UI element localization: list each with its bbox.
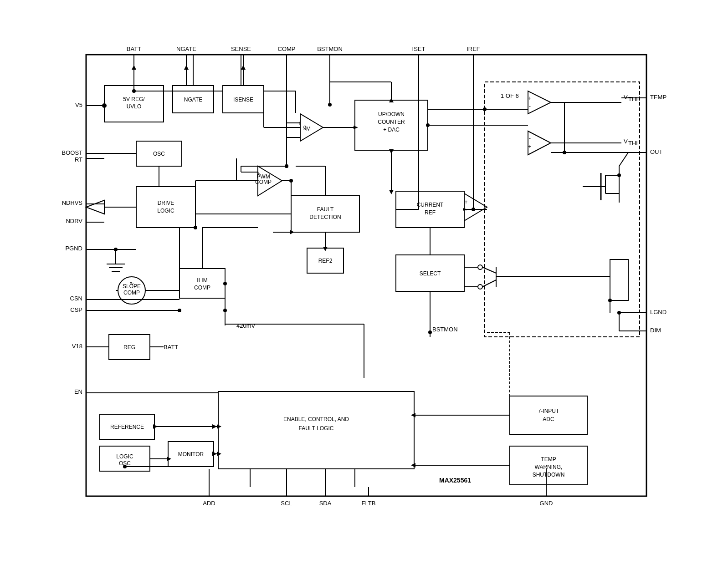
svg-marker-133 <box>217 452 221 456</box>
block-updown-3: + DAC <box>383 127 400 133</box>
diagram-container: BATT NGATE SENSE COMP BSTMON ISET IREF V… <box>45 32 683 533</box>
block-select: SELECT <box>420 270 441 277</box>
block-slope-comp-2: COMP <box>123 290 140 296</box>
label-vthl: V <box>624 138 628 145</box>
label-1of6: 1 OF 6 <box>501 92 519 99</box>
label-bstmon-2: BSTMON <box>432 326 458 333</box>
pin-csp: CSP <box>70 306 82 313</box>
slope-comp-symbol: ∿ <box>129 280 134 286</box>
pin-bstmon: BSTMON <box>317 46 343 52</box>
svg-marker-180 <box>389 149 394 154</box>
pin-batt: BATT <box>127 46 141 52</box>
pin-lgnd: LGND <box>650 309 666 315</box>
pin-sense: SENSE <box>231 46 251 52</box>
pin-fltb: FLTB <box>362 500 376 507</box>
svg-marker-199 <box>212 424 217 429</box>
pin-ndrvs: NDRVS <box>62 199 83 206</box>
label-420mv: 420mV <box>236 322 256 329</box>
pin-comp: COMP <box>278 46 296 52</box>
block-drive-logic-1: DRIVE <box>158 200 174 206</box>
gm-sub: M <box>306 126 311 132</box>
svg-rect-65 <box>510 396 587 435</box>
svg-rect-0 <box>86 55 646 496</box>
svg-marker-141 <box>411 463 415 467</box>
label-batt-reg: BATT <box>164 344 178 351</box>
svg-point-93 <box>426 123 430 127</box>
block-current-ref-2: REF <box>425 209 436 216</box>
comp-upper-minus: - <box>529 103 531 109</box>
block-adc-2: ADC <box>543 416 554 422</box>
pin-dim: DIM <box>650 327 661 334</box>
svg-point-163 <box>483 107 487 111</box>
svg-marker-198 <box>153 424 158 429</box>
block-osc: OSC <box>153 151 165 157</box>
svg-marker-44 <box>528 131 551 155</box>
pin-out: OUT_ <box>650 148 666 155</box>
block-current-ref-1: CURRENT <box>417 202 444 208</box>
block-ilim-comp-2: COMP <box>194 285 210 291</box>
svg-point-55 <box>478 285 482 289</box>
block-isense: ISENSE <box>233 97 253 103</box>
block-adc-1: 7-INPUT <box>538 408 559 414</box>
svg-marker-43 <box>528 91 551 114</box>
svg-line-96 <box>619 152 628 166</box>
block-updown-2: COUNTER <box>378 119 405 125</box>
svg-marker-219 <box>241 65 246 70</box>
pwm-comp-label2: COMP <box>255 179 272 185</box>
comp-upper-plus: + <box>528 95 531 102</box>
svg-point-157 <box>328 103 332 107</box>
block-enable-1: ENABLE, CONTROL, AND <box>283 416 349 422</box>
svg-marker-159 <box>389 190 394 194</box>
pin-scl: SCL <box>281 500 292 507</box>
pin-gnd: GND <box>540 500 553 507</box>
svg-point-72 <box>132 89 136 93</box>
block-ngate: NGATE <box>184 97 202 103</box>
svg-marker-80 <box>86 200 104 214</box>
block-updown-1: UP/DOWN <box>378 111 405 117</box>
label-vthh: V <box>624 94 628 101</box>
pin-csn: CSN <box>70 295 82 302</box>
svg-point-97 <box>617 173 621 177</box>
block-5vreg: 5V REG/ <box>123 96 145 102</box>
pin-sda: SDA <box>319 500 332 507</box>
svg-point-54 <box>478 265 482 269</box>
block-fault-2: DETECTION <box>309 214 341 220</box>
pin-ngate: NGATE <box>176 46 196 52</box>
block-monitor: MONITOR <box>178 451 204 457</box>
svg-rect-53 <box>610 259 628 300</box>
block-temp-warn-2: WARNING, <box>535 464 563 470</box>
svg-marker-206 <box>290 230 294 234</box>
block-logic-osc-1: LOGIC <box>116 453 133 460</box>
svg-marker-217 <box>184 65 189 70</box>
block-drive-logic-2: LOGIC <box>157 208 174 214</box>
pin-iref: IREF <box>467 46 480 52</box>
currref-comp-plus: + <box>464 199 467 205</box>
pin-en: EN <box>74 388 82 395</box>
block-reference: REFERENCE <box>110 424 144 430</box>
svg-marker-200 <box>212 452 217 456</box>
block-fault-1: FAULT <box>317 206 334 213</box>
svg-marker-131 <box>217 424 221 429</box>
svg-rect-35 <box>355 100 428 150</box>
svg-point-173 <box>617 311 621 315</box>
svg-rect-30 <box>136 187 195 228</box>
svg-rect-42 <box>485 82 640 337</box>
label-vthl-sub: THL <box>628 140 640 147</box>
svg-marker-215 <box>132 65 136 70</box>
block-temp-warn-3: SHUTDOWN <box>533 472 565 478</box>
pwm-plus: + <box>257 170 260 177</box>
block-reg: REG <box>123 344 135 351</box>
block-ref2: REF2 <box>318 258 333 264</box>
pin-temp: TEMP <box>650 94 666 101</box>
svg-point-121 <box>289 179 293 183</box>
pin-ndrv: NDRV <box>66 218 82 224</box>
svg-point-184 <box>472 208 475 211</box>
svg-marker-164 <box>354 126 358 129</box>
svg-point-203 <box>194 226 197 229</box>
pin-v18: V18 <box>72 343 82 350</box>
svg-point-213 <box>285 164 288 168</box>
label-vthh-sub: THH <box>628 96 641 102</box>
comp-lower-minus: - <box>529 135 531 142</box>
pin-v5: V5 <box>75 102 82 108</box>
pin-boost-rt: BOOST <box>62 149 82 156</box>
